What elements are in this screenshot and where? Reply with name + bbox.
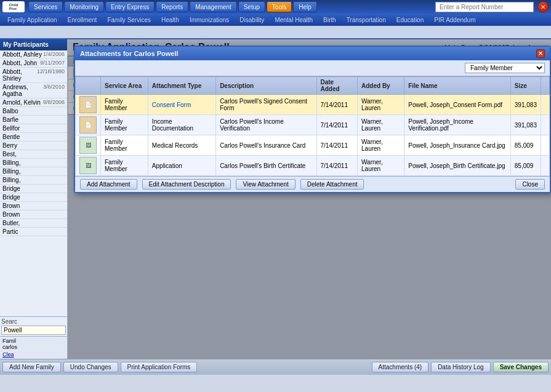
add-attachment-button[interactable]: Add Attachment xyxy=(80,179,137,190)
col-added-by: Added By xyxy=(358,77,404,95)
description-cell: Carlos Powell's Signed Consent Form xyxy=(216,95,316,115)
nav-monitoring[interactable]: Monitoring xyxy=(64,1,104,12)
col-scroll xyxy=(541,77,550,95)
app-logo: ChildPlus xyxy=(2,1,25,12)
sidebar-item-abbott-ashley[interactable]: Abbott, Ashley1/4/2006 xyxy=(0,50,67,59)
secnav-family-application[interactable]: Family Application xyxy=(2,14,62,25)
service-area-cell: Family Member xyxy=(101,135,148,156)
secnav-health[interactable]: Health xyxy=(156,14,184,25)
table-row[interactable]: 📄 Family Member Consent Form Carlos Powe… xyxy=(76,95,550,115)
sidebar-item-best[interactable]: Best, xyxy=(0,150,67,159)
secnav-immunizations[interactable]: Immunizations xyxy=(185,14,234,25)
sidebar-item-andrews-agatha[interactable]: Andrews, Agatha3/6/2010 xyxy=(0,83,67,98)
sidebar-list: Abbott, Ashley1/4/2006 Abbott, John9/11/… xyxy=(0,50,67,316)
status-bar: Add New Family Undo Changes Print Applic… xyxy=(0,359,551,375)
edit-attachment-description-button[interactable]: Edit Attachment Description xyxy=(142,179,231,190)
secnav-enrollment[interactable]: Enrollment xyxy=(63,14,102,25)
modal-close-button[interactable]: ✕ xyxy=(536,49,545,58)
file-name-cell: Powell, Joseph_Consent Form.pdf xyxy=(404,95,511,115)
nav-help[interactable]: Help xyxy=(293,1,317,12)
sidebar-item-abbott-shirley[interactable]: Abbott, Shirley12/18/1980 xyxy=(0,68,67,83)
content-area: Family Application Carlos Powell Male Bo… xyxy=(68,39,551,359)
table-row[interactable]: 🖼 Family Member Medical Records Carlos P… xyxy=(76,135,550,156)
col-service-area: Service Area xyxy=(101,77,148,95)
attachment-type-cell: Income Documentation xyxy=(148,115,215,135)
sidebar-item-bridge1[interactable]: Bridge xyxy=(0,185,67,193)
date-added-cell: 7/14/2011 xyxy=(316,95,358,115)
nav-setup[interactable]: Setup xyxy=(238,1,265,12)
secnav-disability[interactable]: Disability xyxy=(235,14,269,25)
date-added-cell: 7/14/2011 xyxy=(316,135,358,156)
sidebar-item-bridge2[interactable]: Bridge xyxy=(0,193,67,202)
sidebar-item-abbott-john[interactable]: Abbott, John9/11/2007 xyxy=(0,59,67,68)
nav-management[interactable]: Management xyxy=(190,1,236,12)
sidebar-item-partic[interactable]: Partic xyxy=(0,228,67,236)
sidebar-item-arnold-kelvin[interactable]: Arnold, Kelvin9/8/2006 xyxy=(0,98,67,107)
add-new-family-button[interactable]: Add New Family xyxy=(2,362,61,372)
sidebar-item-berry[interactable]: Berry xyxy=(0,142,67,150)
sidebar-item-butler[interactable]: Butler, xyxy=(0,219,67,228)
modal-footer: Add Attachment Edit Attachment Descripti… xyxy=(75,176,550,192)
attachment-type-cell: Application xyxy=(148,156,215,176)
nav-services[interactable]: Services xyxy=(28,1,63,12)
nav-tools[interactable]: Tools xyxy=(267,1,292,12)
sidebar-item-brown1[interactable]: Brown xyxy=(0,202,67,210)
nav-entry-express[interactable]: Entry Express xyxy=(105,1,155,12)
description-cell: Carlos Powell's Birth Certificate xyxy=(216,156,316,176)
app-close-button[interactable]: ✕ xyxy=(537,1,549,12)
date-added-cell: 7/14/2011 xyxy=(316,156,358,176)
modal-title: Attachments for Carlos Powell xyxy=(80,50,179,57)
modal-content: Service Area Attachment Type Description… xyxy=(75,76,550,176)
service-area-cell: Family Member xyxy=(101,95,148,115)
sidebar-clear-link[interactable]: Clea xyxy=(2,351,14,358)
size-cell: 85,009 xyxy=(510,156,541,176)
nav-reports[interactable]: Reports xyxy=(156,1,188,12)
added-by-cell: Warner, Lauren xyxy=(358,156,404,176)
added-by-cell: Warner, Lauren xyxy=(358,115,404,135)
undo-changes-button[interactable]: Undo Changes xyxy=(63,362,118,372)
table-row[interactable]: 📄 Family Member Income Documentation Car… xyxy=(76,115,550,135)
date-added-cell: 7/14/2011 xyxy=(316,115,358,135)
attachments-button[interactable]: Attachments (4) xyxy=(372,362,429,372)
added-by-cell: Warner, Lauren xyxy=(358,95,404,115)
col-file-name: File Name xyxy=(404,77,511,95)
sidebar-item-bentle[interactable]: Bentle xyxy=(0,133,67,142)
print-application-forms-button[interactable]: Print Application Forms xyxy=(121,362,198,372)
secnav-pir-addendum[interactable]: PIR Addendum xyxy=(429,14,480,25)
col-description: Description xyxy=(216,77,316,95)
description-cell: Carlos Powell's Income Verification xyxy=(216,115,316,135)
size-cell: 391,083 xyxy=(510,115,541,135)
col-size: Size xyxy=(510,77,541,95)
top-bar: ChildPlus Services Monitoring Entry Expr… xyxy=(0,0,551,14)
main-layout: My Participants Abbott, Ashley1/4/2006 A… xyxy=(0,39,551,359)
save-changes-button[interactable]: Save Changes xyxy=(493,362,549,372)
sidebar-item-billing2[interactable]: Billing, xyxy=(0,167,67,176)
secnav-transportation[interactable]: Transportation xyxy=(342,14,391,25)
added-by-cell: Warner, Lauren xyxy=(358,135,404,156)
report-number-input[interactable] xyxy=(435,2,534,12)
table-row[interactable]: 🖼 Family Member Application Carlos Powel… xyxy=(76,156,550,176)
sidebar-item-balbo[interactable]: Balbo xyxy=(0,107,67,116)
attachment-type-cell: Consent Form xyxy=(148,95,215,115)
file-name-cell: Powell, Joseph_Birth Certificate.jpg xyxy=(404,156,511,176)
description-cell: Carlos Powell's Insurance Card xyxy=(216,135,316,156)
sidebar-item-brown2[interactable]: Brown xyxy=(0,210,67,219)
sidebar-item-barfie[interactable]: Barfie xyxy=(0,116,67,124)
col-thumb xyxy=(76,77,101,95)
delete-attachment-button[interactable]: Delete Attachment xyxy=(300,179,364,190)
sidebar-search-input[interactable] xyxy=(1,326,66,335)
sidebar-item-billing1[interactable]: Billing, xyxy=(0,159,67,167)
data-history-log-button[interactable]: Data History Log xyxy=(431,362,490,372)
filter-select[interactable]: Family Member All Participant xyxy=(465,63,545,73)
secnav-education[interactable]: Education xyxy=(392,14,428,25)
attachment-type-cell: Medical Records xyxy=(148,135,215,156)
sidebar-item-bellfor[interactable]: Bellfor xyxy=(0,124,67,133)
sidebar: My Participants Abbott, Ashley1/4/2006 A… xyxy=(0,39,68,359)
secnav-family-services[interactable]: Family Services xyxy=(102,14,156,25)
sidebar-search-area: Searc xyxy=(0,316,67,336)
view-attachment-button[interactable]: View Attachment xyxy=(236,179,295,190)
secnav-mental-health[interactable]: Mental Health xyxy=(270,14,318,25)
secnav-birth[interactable]: Birth xyxy=(318,14,341,25)
sidebar-item-billing3[interactable]: Billing, xyxy=(0,176,67,185)
modal-close-footer-button[interactable]: Close xyxy=(515,179,545,190)
